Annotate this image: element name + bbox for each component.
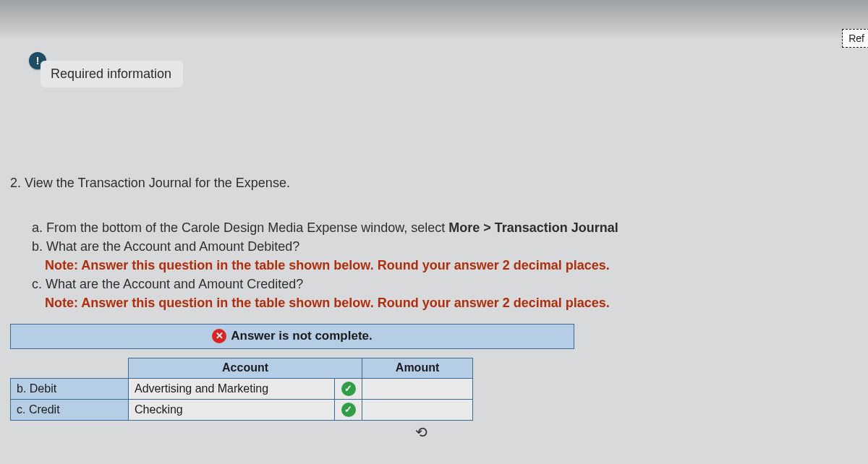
account-cell-credit[interactable]: Checking: [129, 399, 335, 420]
check-icon: ✓: [341, 403, 356, 417]
question-item-c: c. What are the Account and Amount Credi…: [10, 275, 854, 293]
table-row: c. Credit Checking ✓: [11, 399, 473, 420]
answer-status-label: Answer is not complete.: [231, 329, 373, 343]
answer-table: Account Amount b. Debit Advertising and …: [10, 358, 473, 421]
question-item-a: a. From the bottom of the Carole Design …: [10, 218, 854, 237]
row-label-debit: b. Debit: [11, 378, 129, 399]
question-prompt: 2. View the Transaction Journal for the …: [10, 173, 854, 192]
incorrect-icon: ✕: [212, 329, 226, 343]
link-icon[interactable]: ⟲: [415, 424, 427, 441]
question-item-b-note: Note: Answer this question in the table …: [10, 256, 854, 275]
references-tab-label: Ref: [848, 33, 864, 44]
answer-status-bar: ✕Answer is not complete.: [10, 324, 574, 349]
required-information-pill[interactable]: Required information: [41, 61, 183, 87]
question-item-b: b. What are the Account and Amount Debit…: [10, 237, 854, 256]
column-header-amount: Amount: [362, 358, 473, 378]
required-information-label: Required information: [51, 66, 171, 81]
account-cell-debit[interactable]: Advertising and Marketing: [129, 378, 335, 399]
column-header-account: Account: [129, 358, 362, 378]
amount-cell-debit[interactable]: [362, 378, 473, 399]
row-label-credit: c. Credit: [11, 399, 129, 420]
references-tab[interactable]: Ref: [842, 29, 868, 48]
amount-cell-credit[interactable]: [362, 399, 473, 420]
question-item-c-note: Note: Answer this question in the table …: [10, 293, 854, 312]
table-row: b. Debit Advertising and Marketing ✓: [11, 378, 473, 399]
check-icon: ✓: [341, 382, 356, 396]
